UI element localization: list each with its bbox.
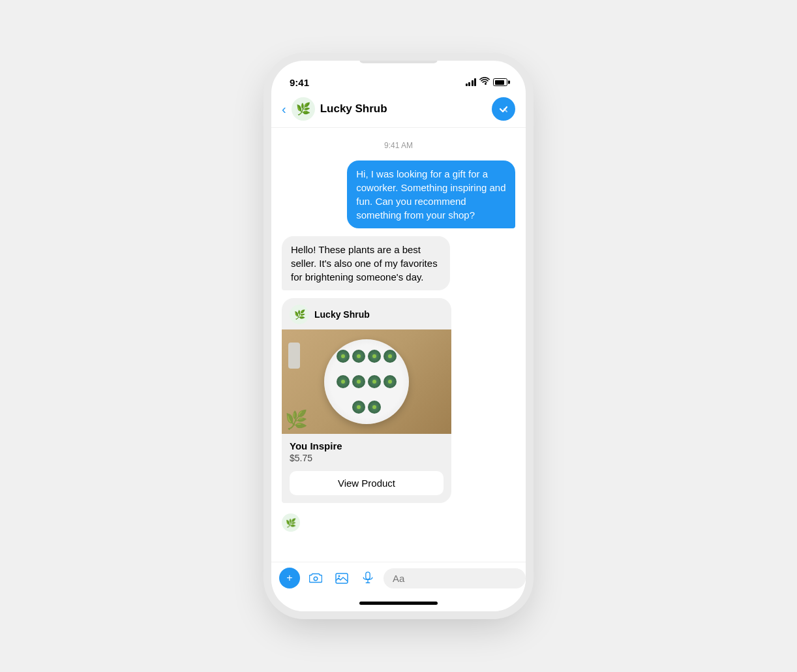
succulent-4 <box>383 350 397 363</box>
status-bar: 9:41 <box>271 63 526 92</box>
mic-button[interactable] <box>357 568 378 588</box>
phone-frame: 9:41 ‹ 🌿 <box>271 61 526 611</box>
shop-avatar: 🌿 <box>292 97 315 121</box>
product-brand-avatar: 🌿 <box>290 305 309 324</box>
shop-name: Lucky Shrub <box>320 102 492 115</box>
plus-icon: + <box>286 572 292 584</box>
succulent-7 <box>368 375 381 388</box>
message-input[interactable] <box>383 568 526 588</box>
product-name: You Inspire <box>290 440 444 451</box>
product-plant-icon: 🌿 <box>294 309 305 320</box>
succulent-2 <box>352 350 365 363</box>
bot-avatar-row: 🌿 <box>282 513 300 532</box>
succulent-5 <box>337 375 350 388</box>
product-card: 🌿 Lucky Shrub <box>282 298 451 503</box>
back-button[interactable]: ‹ <box>282 99 292 119</box>
input-bar: + 😊 👍 <box>271 562 526 596</box>
home-indicator <box>271 596 526 611</box>
leaves-background: 🌿 <box>285 409 308 431</box>
product-card-header: 🌿 Lucky Shrub <box>282 298 451 329</box>
incoming-message: Hello! These plants are a best seller. I… <box>282 236 450 290</box>
svg-point-2 <box>338 575 340 577</box>
succulent-8 <box>383 375 397 388</box>
product-card-row: 🌿 Lucky Shrub <box>282 298 451 503</box>
svg-point-0 <box>314 577 318 581</box>
home-bar <box>359 602 438 605</box>
view-product-button[interactable]: View Product <box>290 471 444 495</box>
bot-plant-icon: 🌿 <box>286 518 296 528</box>
camera-button[interactable] <box>305 568 326 588</box>
chat-area: 9:41 AM Hi, I was looking for a gift for… <box>271 128 526 562</box>
photo-button[interactable] <box>331 568 352 588</box>
succulent-plate <box>324 339 409 424</box>
chat-timestamp: 9:41 AM <box>282 141 515 150</box>
status-time: 9:41 <box>290 77 309 88</box>
succulent-10 <box>368 401 381 414</box>
product-price: $5.75 <box>290 453 444 463</box>
plant-scene: 🌿 <box>282 329 451 434</box>
succulent-9 <box>352 401 365 414</box>
succulent-3 <box>368 350 381 363</box>
succulent-1 <box>337 350 350 363</box>
spacer <box>282 511 515 516</box>
battery-icon <box>493 78 507 86</box>
outgoing-message: Hi, I was looking for a gift for a cowor… <box>347 160 515 228</box>
add-button[interactable]: + <box>279 568 300 588</box>
product-info: You Inspire $5.75 <box>282 434 451 466</box>
verified-button[interactable] <box>492 97 515 121</box>
signal-icon <box>466 78 477 86</box>
bot-avatar: 🌿 <box>282 513 300 532</box>
svg-rect-3 <box>366 572 370 579</box>
product-brand-name: Lucky Shrub <box>314 309 370 320</box>
incoming-message-row: Hello! These plants are a best seller. I… <box>282 236 515 290</box>
status-icons <box>466 77 508 87</box>
succulent-6 <box>352 375 365 388</box>
plant-icon: 🌿 <box>296 102 310 116</box>
chat-header: ‹ 🌿 Lucky Shrub <box>271 92 526 128</box>
glass-object <box>288 343 300 369</box>
wifi-icon <box>479 77 490 87</box>
product-image: 🌿 <box>282 329 451 434</box>
